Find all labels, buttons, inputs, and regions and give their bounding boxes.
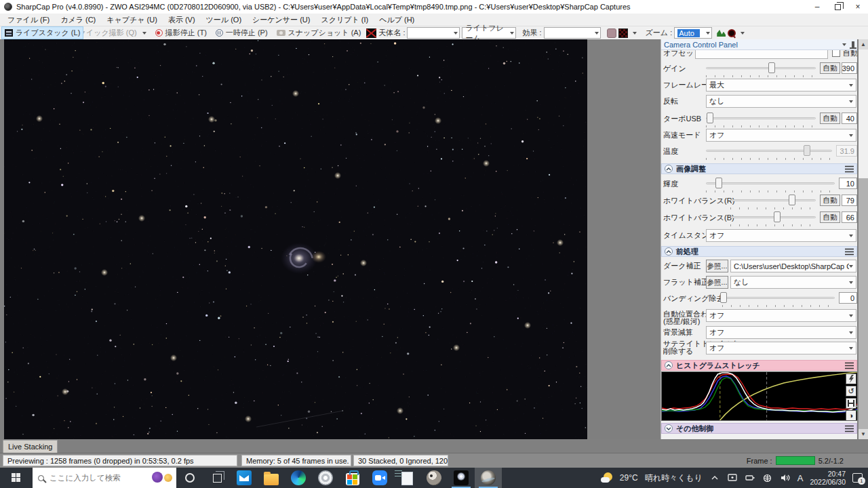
bayer-pattern-icon[interactable] bbox=[618, 28, 628, 38]
notification-icon[interactable]: 1 bbox=[852, 473, 863, 483]
histogram-display[interactable]: ↺ ◑ bbox=[661, 371, 857, 421]
scroll-up-icon[interactable]: ▲ bbox=[859, 39, 868, 49]
file-explorer-button[interactable] bbox=[258, 468, 285, 488]
tab-live-stacking[interactable]: Live Stacking bbox=[3, 440, 58, 453]
effects-combobox[interactable] bbox=[544, 27, 601, 39]
search-highlight-graphic[interactable] bbox=[152, 472, 172, 483]
collapse-icon[interactable] bbox=[665, 165, 673, 173]
brightness-value[interactable]: 10 bbox=[839, 178, 857, 189]
scrollbar-thumb[interactable] bbox=[859, 49, 868, 178]
menu-icon[interactable] bbox=[845, 362, 854, 369]
panel-header[interactable]: Camera Control Panel bbox=[661, 39, 857, 50]
section-image-adjust[interactable]: 画像調整 bbox=[661, 163, 857, 174]
gain-auto-button[interactable]: 自動 bbox=[820, 62, 840, 74]
close-button[interactable]: × bbox=[848, 0, 868, 14]
dark-browse-button[interactable]: 参照... bbox=[706, 260, 728, 272]
chevron-down-icon[interactable] bbox=[741, 32, 745, 35]
scroll-down-icon[interactable]: ▼ bbox=[859, 429, 868, 439]
menu-tools[interactable]: ツール (O) bbox=[201, 14, 246, 26]
minimize-button[interactable]: – bbox=[807, 0, 827, 14]
menu-icon[interactable] bbox=[845, 248, 854, 256]
object-name-combobox[interactable] bbox=[407, 27, 460, 39]
chevron-down-icon[interactable] bbox=[842, 43, 846, 46]
mail-button[interactable] bbox=[231, 468, 258, 488]
brightness-slider[interactable] bbox=[706, 178, 835, 189]
contrast-button[interactable]: ◑ bbox=[846, 410, 856, 421]
wb-b-value[interactable]: 66 bbox=[842, 211, 857, 223]
notepad-button[interactable] bbox=[393, 468, 420, 488]
offset-auto-checkbox[interactable] bbox=[832, 50, 840, 57]
gimp-button[interactable] bbox=[420, 468, 448, 488]
chevron-down-icon[interactable] bbox=[633, 32, 637, 35]
expand-icon[interactable] bbox=[665, 424, 673, 432]
wb-b-slider[interactable] bbox=[730, 211, 816, 223]
start-button[interactable] bbox=[0, 468, 33, 488]
menu-icon[interactable] bbox=[845, 425, 854, 432]
snapshot-button[interactable]: スナップショット (A) bbox=[273, 27, 365, 39]
magnifier-icon[interactable] bbox=[728, 29, 736, 37]
wb-r-auto-button[interactable]: 自動 bbox=[820, 195, 840, 206]
frame-type-combobox[interactable]: ライトフレーム bbox=[462, 27, 516, 39]
gain-slider[interactable] bbox=[706, 62, 816, 74]
pin-icon[interactable] bbox=[852, 41, 854, 47]
gain-value[interactable]: 390 bbox=[842, 62, 857, 74]
offset-input[interactable] bbox=[695, 50, 828, 59]
menu-capture[interactable]: キャプチャ (U) bbox=[102, 14, 162, 26]
power-tray-icon[interactable] bbox=[745, 472, 755, 483]
menu-script[interactable]: スクリプト (I) bbox=[316, 14, 373, 26]
cast-tray-icon[interactable] bbox=[727, 472, 738, 483]
astronomy-app-button[interactable] bbox=[448, 468, 475, 488]
pause-button[interactable]: 一時停止 (P) bbox=[212, 27, 271, 39]
restore-button[interactable] bbox=[827, 0, 848, 14]
flat-correction-select[interactable]: なし bbox=[730, 276, 856, 289]
task-view-button[interactable] bbox=[203, 468, 231, 488]
ascom-app-button[interactable] bbox=[312, 468, 339, 488]
banding-slider[interactable] bbox=[722, 292, 835, 304]
zoom-combobox[interactable]: Auto bbox=[674, 27, 712, 39]
zoom-app-button[interactable] bbox=[366, 468, 393, 488]
menu-file[interactable]: ファイル (F) bbox=[3, 14, 54, 26]
ime-indicator[interactable]: A bbox=[797, 473, 804, 483]
flip-select[interactable]: なし bbox=[706, 95, 856, 108]
menu-view[interactable]: 表示 (V) bbox=[163, 14, 200, 26]
save-stretch-button[interactable] bbox=[846, 398, 856, 409]
weather-temp[interactable]: 29°C bbox=[620, 473, 638, 483]
weather-icon[interactable] bbox=[601, 472, 613, 483]
color-swatch-icon[interactable] bbox=[607, 28, 616, 38]
taskbar-search[interactable] bbox=[33, 468, 176, 488]
turbo-usb-value[interactable]: 40 bbox=[842, 113, 857, 124]
collapse-icon[interactable] bbox=[665, 247, 673, 256]
section-other-controls[interactable]: その他制御 bbox=[661, 423, 857, 434]
banding-value[interactable]: 0 bbox=[839, 292, 857, 304]
turbo-usb-auto-button[interactable]: 自動 bbox=[820, 113, 840, 124]
network-tray-icon[interactable] bbox=[762, 472, 773, 483]
auto-align-select[interactable]: オフ bbox=[706, 309, 856, 322]
stop-capture-button[interactable]: 撮影停止 (T) bbox=[152, 27, 210, 39]
reset-stretch-button[interactable]: ↺ bbox=[846, 386, 856, 396]
wb-r-value[interactable]: 79 bbox=[842, 195, 857, 206]
timestamp-select[interactable]: オフ bbox=[706, 229, 856, 242]
auto-stretch-button[interactable] bbox=[846, 373, 856, 384]
wb-b-auto-button[interactable]: 自動 bbox=[820, 211, 840, 223]
frame-rate-select[interactable]: 最大 bbox=[706, 79, 856, 92]
panel-scrollbar[interactable]: ▲ ▼ bbox=[859, 39, 868, 439]
high-speed-select[interactable]: オフ bbox=[706, 129, 856, 142]
menu-help[interactable]: ヘルプ (H) bbox=[374, 14, 419, 26]
section-preprocess[interactable]: 前処理 bbox=[661, 246, 857, 257]
edge-button[interactable] bbox=[285, 468, 312, 488]
taskbar-clock[interactable]: 20:47 2022/06/30 bbox=[810, 470, 846, 486]
dark-correction-select[interactable]: C:\Users\user\Desktop\SharpCap Ca... bbox=[730, 260, 856, 272]
store-button[interactable] bbox=[339, 468, 366, 488]
histogram-icon[interactable] bbox=[717, 29, 726, 37]
turbo-usb-slider[interactable] bbox=[706, 113, 816, 124]
menu-sequencer[interactable]: シーケンサー (U) bbox=[248, 14, 315, 26]
volume-tray-icon[interactable] bbox=[780, 472, 791, 483]
collapse-icon[interactable] bbox=[665, 361, 673, 369]
section-histogram-stretch[interactable]: ヒストグラムストレッチ bbox=[661, 360, 857, 371]
satellite-trail-select[interactable]: オフ bbox=[706, 342, 856, 354]
menu-camera[interactable]: カメラ (C) bbox=[56, 14, 100, 26]
bg-subtract-select[interactable]: オフ bbox=[706, 326, 856, 339]
menu-icon[interactable] bbox=[845, 165, 854, 173]
wb-r-slider[interactable] bbox=[730, 195, 816, 206]
cortana-button[interactable] bbox=[176, 468, 203, 488]
